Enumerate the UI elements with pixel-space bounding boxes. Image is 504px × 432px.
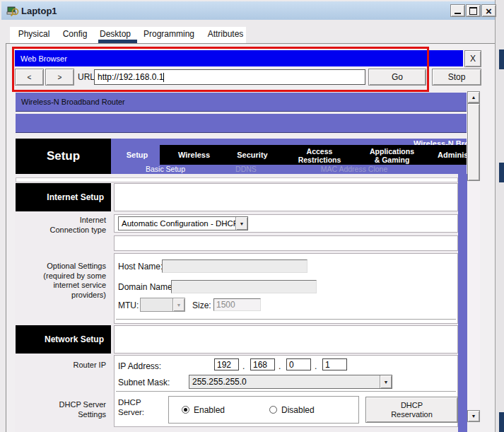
subnav-ddns[interactable]: DDNS <box>221 165 271 173</box>
subnav-mac-address-clone[interactable]: MAC Address Clone <box>319 165 389 173</box>
host-name-input[interactable] <box>162 259 307 273</box>
dhcp-settings-label-line1: DHCP Server <box>59 400 106 409</box>
dhcp-settings-label: DHCP Server Settings <box>16 400 106 419</box>
dhcp-reservation-button[interactable]: DHCP Reservation <box>365 397 458 423</box>
router-nav: Setup Wireless-N Broadband Setup Wireles… <box>16 139 467 174</box>
dhcp-reservation-line1: DHCP <box>401 401 423 410</box>
scroll-up-icon: ▲ <box>471 95 476 100</box>
stop-label: Stop <box>448 72 466 82</box>
nav-tab-applications-gaming[interactable]: Applications & Gaming <box>358 147 426 164</box>
dhcp-radio-groupbox: Enabled Disabled <box>168 396 359 424</box>
page-top-white-strip <box>16 177 458 182</box>
network-setup-header: Network Setup <box>16 325 111 354</box>
internet-setup-header: Internet Setup <box>16 183 111 211</box>
subnet-mask-select[interactable]: 255.255.255.0 ▼ <box>189 375 392 389</box>
enabled-radio[interactable] <box>182 406 189 414</box>
connection-type-label: Internet Connection type <box>16 216 106 235</box>
maximize-button[interactable] <box>466 4 481 17</box>
page-scrollbar[interactable]: ▲ ▼ <box>467 91 480 422</box>
chevron-down-icon: ▼ <box>172 298 184 311</box>
optional-settings-label: Optional Settings (required by some inte… <box>16 262 106 300</box>
browser-forward-button[interactable]: > <box>45 69 74 86</box>
web-page: Wireless-N Broadband Router Setup Wirele… <box>15 90 467 432</box>
section-separator <box>116 391 456 392</box>
domain-name-input[interactable] <box>171 280 317 293</box>
close-button[interactable]: × <box>481 4 496 17</box>
mtu-size-input[interactable] <box>213 298 261 311</box>
url-label: URL <box>78 69 95 86</box>
laptop-icon <box>6 5 19 21</box>
optional-label-line1: Optional Settings <box>47 262 106 270</box>
subnav-basic-setup[interactable]: Basic Setup <box>141 165 190 173</box>
dhcp-server-label-line2: Server: <box>118 408 144 416</box>
connection-type-select[interactable]: Automatic Configuration - DHCP ▼ <box>118 216 248 230</box>
nav-access-line2: Restrictions <box>298 156 341 164</box>
web-browser-close-label: X <box>470 54 476 64</box>
subnet-mask-value: 255.255.255.0 <box>189 377 380 387</box>
internet-setup-header-label: Internet Setup <box>47 192 104 202</box>
network-setup-header-row <box>114 325 458 354</box>
forward-arrow-icon: > <box>58 74 62 81</box>
tab-desktop[interactable]: Desktop <box>96 29 134 39</box>
web-browser-titlebar[interactable]: Web Browser <box>15 50 463 66</box>
enabled-label: Enabled <box>194 405 225 415</box>
url-input[interactable]: http://192.168.0.1 <box>94 69 365 85</box>
titlebar[interactable]: Laptop1 <box>1 1 495 20</box>
chevron-down-icon[interactable]: ▼ <box>380 375 392 388</box>
ip-address-label: IP Address: <box>118 361 161 371</box>
scroll-down-button[interactable]: ▼ <box>467 410 480 422</box>
ip-dot: . <box>279 361 281 371</box>
scroll-down-icon: ▼ <box>471 414 476 419</box>
mtu-select[interactable]: ▼ <box>140 298 185 312</box>
back-arrow-icon: < <box>28 74 32 81</box>
router-banner-text: Wireless-N Broadband Router <box>16 98 125 106</box>
url-value: http://192.168.0.1 <box>98 72 163 82</box>
nav-tab-wireless[interactable]: Wireless <box>168 151 221 159</box>
web-browser-close-button[interactable]: X <box>464 50 481 67</box>
browser-back-button[interactable]: < <box>15 69 44 86</box>
go-button[interactable]: Go <box>368 69 426 86</box>
optional-label-line4: providers) <box>71 291 106 299</box>
dhcp-settings-label-line2: Settings <box>78 410 106 419</box>
nav-access-line1: Access <box>307 147 333 156</box>
scrollbar-thumb[interactable] <box>467 103 480 181</box>
ip-octet-2[interactable] <box>250 358 275 370</box>
tab-attributes[interactable]: Attributes <box>202 29 249 39</box>
scroll-up-button[interactable]: ▲ <box>467 91 480 103</box>
desktop-fragment <box>499 412 504 432</box>
radio-dot-icon <box>184 408 187 411</box>
network-setup-header-label: Network Setup <box>45 334 104 344</box>
chevron-down-icon[interactable]: ▼ <box>235 217 247 230</box>
laptop1-window: Laptop1 × Physical Config Desktop Progra… <box>0 0 504 432</box>
router-banner-empty <box>16 114 467 133</box>
optional-label-line2: (required by some <box>43 272 106 280</box>
page-right-purple-strip <box>458 174 467 432</box>
tab-physical[interactable]: Physical <box>13 29 55 39</box>
disabled-radio[interactable] <box>269 406 277 414</box>
optional-label-line3: internet service <box>53 281 106 289</box>
page-title: Setup <box>47 149 80 163</box>
nav-tab-administration[interactable]: Administration <box>438 151 467 159</box>
minimize-button[interactable] <box>450 4 465 17</box>
ip-octet-4[interactable] <box>322 358 347 370</box>
go-label: Go <box>392 72 403 82</box>
section-separator <box>116 319 456 320</box>
nav-tab-setup[interactable]: Setup <box>115 151 160 159</box>
text-caret <box>163 73 164 82</box>
tab-programming[interactable]: Programming <box>140 29 198 39</box>
domain-name-label: Domain Name: <box>118 282 175 292</box>
ip-octet-1[interactable] <box>214 358 239 370</box>
connection-type-value: Automatic Configuration - DHCP <box>119 219 235 228</box>
nav-tab-security[interactable]: Security <box>224 151 281 159</box>
mtu-label: MTU: <box>118 300 139 310</box>
dhcp-server-label-line1: DHCP <box>118 398 141 407</box>
stop-button[interactable]: Stop <box>432 69 481 86</box>
host-name-label: Host Name: <box>118 262 163 272</box>
router-ip-box: IP Address: . . . Subnet Mask: 255.255.2… <box>114 355 458 427</box>
ip-octet-3[interactable] <box>286 358 311 370</box>
desktop-fragment <box>499 49 504 69</box>
tab-config[interactable]: Config <box>59 29 90 39</box>
router-banner: Wireless-N Broadband Router <box>16 93 467 112</box>
nav-tab-access-restrictions[interactable]: Access Restrictions <box>288 147 351 164</box>
minimize-icon <box>455 13 461 14</box>
